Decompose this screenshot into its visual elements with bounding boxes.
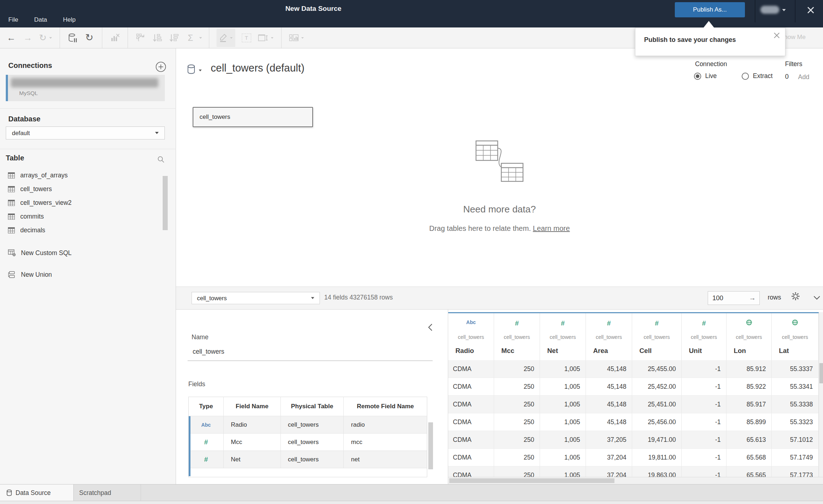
chevron-down-icon xyxy=(155,132,159,134)
user-menu-caret-icon[interactable] xyxy=(782,9,786,11)
highlight-pen-icon[interactable] xyxy=(217,29,235,47)
undo-icon[interactable]: ← xyxy=(6,30,17,46)
custom-sql-icon xyxy=(8,249,16,257)
grid-data-row: CDMA2501,00545,14825,452.00-185.92255.33… xyxy=(448,378,819,396)
grid-column-header[interactable]: cell_towersLon xyxy=(726,313,772,360)
show-hide-cards-icon[interactable] xyxy=(289,30,304,46)
grid-data-row: CDMA2501,00545,14825,456.00-185.89955.33… xyxy=(448,413,819,431)
connection-item[interactable]: MySQL xyxy=(6,75,165,101)
table-name-label: commits xyxy=(20,213,44,220)
database-select[interactable]: default xyxy=(6,126,165,139)
preview-settings-gear-icon[interactable] xyxy=(790,291,801,301)
relationship-canvas: cell_towers (default) Connection Live Ex… xyxy=(176,48,823,287)
data-source-caret-icon[interactable] xyxy=(199,70,202,72)
grid-vertical-scrollbar[interactable] xyxy=(819,312,823,477)
refresh-data-source-icon[interactable]: ↻ xyxy=(84,30,95,46)
grid-column-header[interactable]: #cell_towersNet xyxy=(540,313,586,360)
grid-vertical-scrollbar-thumb[interactable] xyxy=(819,363,823,383)
collapse-preview-chevron-icon[interactable] xyxy=(813,295,820,300)
swap-rows-columns-icon[interactable] xyxy=(135,30,146,46)
toolbar-divider xyxy=(209,27,209,48)
totals-sigma-icon[interactable]: Σ xyxy=(185,30,196,46)
grid-column-table-name: cell_towers xyxy=(726,334,771,340)
fields-column-header[interactable]: Remote Field Name xyxy=(344,397,427,416)
menu-data[interactable]: Data xyxy=(34,16,47,23)
fields-table-row[interactable]: #Mcccell_towersmcc xyxy=(189,434,427,451)
grid-column-header[interactable]: #cell_towersCell xyxy=(632,313,682,360)
search-tables-icon[interactable] xyxy=(157,156,165,163)
sidebar-table-item[interactable]: cell_towers_view2 xyxy=(0,196,176,210)
table-list-scrollbar[interactable] xyxy=(163,176,168,230)
extract-radio[interactable] xyxy=(742,73,749,80)
metadata-bar: cell_towers 14 fields 43276158 rows 100 … xyxy=(176,287,823,310)
new-union-button[interactable]: New Union xyxy=(0,267,176,282)
field-type-cell: # xyxy=(189,434,224,451)
sort-ascending-icon[interactable] xyxy=(152,30,163,46)
grid-horizontal-scrollbar[interactable] xyxy=(448,477,823,484)
grid-column-header[interactable]: Abccell_towersRadio xyxy=(448,313,494,360)
fit-cell-size-icon[interactable] xyxy=(258,30,274,46)
menu-help[interactable]: Help xyxy=(63,16,76,23)
row-count-input[interactable]: 100 → xyxy=(708,291,760,305)
tab-data-source[interactable]: Data Source xyxy=(0,484,74,501)
totals-caret-icon[interactable] xyxy=(199,37,202,39)
name-input[interactable]: cell_towers xyxy=(188,348,433,361)
learn-more-link[interactable]: Learn more xyxy=(533,224,570,232)
live-radio[interactable] xyxy=(694,73,701,80)
text-label-icon[interactable]: T xyxy=(241,30,252,46)
table-grid-icon xyxy=(8,186,15,192)
grid-column-header[interactable]: #cell_towersMcc xyxy=(494,313,540,360)
filters-add-button[interactable]: Add xyxy=(798,73,809,81)
table-preview-select[interactable]: cell_towers xyxy=(192,292,320,304)
sidebar-table-item[interactable]: arrays_of_arrays xyxy=(0,168,176,182)
grid-column-header[interactable]: cell_towersLat xyxy=(772,313,819,360)
field-remote-cell: mcc xyxy=(344,434,427,451)
fields-column-header[interactable]: Type xyxy=(189,397,224,416)
grid-column-header[interactable]: #cell_towersUnit xyxy=(682,313,726,360)
sidebar-table-item[interactable]: cell_towers xyxy=(0,182,176,196)
sidebar-table-item[interactable]: commits xyxy=(0,210,176,223)
menu-file[interactable]: File xyxy=(8,16,18,23)
grid-column-field-name: Area xyxy=(593,347,608,355)
fields-column-header[interactable]: Field Name xyxy=(224,397,281,416)
table-name-label: cell_towers xyxy=(20,185,52,193)
empty-state-subtext: Drag tables here to relate them. xyxy=(429,224,531,232)
user-avatar[interactable] xyxy=(760,6,779,14)
tab-scratchpad[interactable]: Scratchpad xyxy=(74,484,141,501)
table-preview-selected: cell_towers xyxy=(197,295,227,302)
rows-label: rows xyxy=(768,294,781,301)
fields-column-header[interactable]: Physical Table xyxy=(281,397,344,416)
pause-auto-updates-icon[interactable] xyxy=(67,30,78,46)
fields-table-scrollbar[interactable] xyxy=(428,422,433,469)
grid-horizontal-scrollbar-thumb[interactable] xyxy=(449,478,614,483)
sort-descending-icon[interactable] xyxy=(168,30,179,46)
grid-cell: 45,148 xyxy=(586,378,632,396)
fields-table-row[interactable]: AbcRadiocell_towersradio xyxy=(189,416,427,434)
grid-cell: -1 xyxy=(682,378,726,396)
fields-table-row[interactable]: #Netcell_towersnet xyxy=(189,451,427,468)
sidebar-table-item[interactable]: decimals xyxy=(0,223,176,237)
new-custom-sql-button[interactable]: New Custom SQL xyxy=(0,246,176,260)
data-source-tab-icon xyxy=(7,490,12,496)
publish-as-button[interactable]: Publish As... xyxy=(675,2,745,17)
collapse-panel-icon[interactable] xyxy=(428,323,433,331)
replay-icon[interactable]: ↻ xyxy=(39,30,52,46)
grid-cell: 37,204 xyxy=(586,449,632,466)
grid-cell: -1 xyxy=(682,360,726,378)
grid-data-row: CDMA2501,00537,20419,811.00-165.56857.17… xyxy=(448,449,819,466)
grid-column-header[interactable]: #cell_towersArea xyxy=(586,313,632,360)
data-source-icon[interactable] xyxy=(187,64,196,74)
grid-column-field-name: Mcc xyxy=(501,347,514,355)
clear-sheet-icon[interactable] xyxy=(110,30,120,46)
window-close-icon[interactable] xyxy=(807,6,815,14)
redo-icon[interactable]: → xyxy=(22,30,33,46)
database-selected-value: default xyxy=(12,130,30,137)
add-connection-icon[interactable] xyxy=(155,61,166,72)
cell-towers-table-node[interactable]: cell_towers xyxy=(193,107,313,127)
relate-tables-illustration xyxy=(472,138,527,184)
tooltip-close-icon[interactable] xyxy=(773,32,780,39)
grid-cell: 25,455.00 xyxy=(632,360,682,378)
grid-cell: 55.3338 xyxy=(772,396,819,413)
apply-row-count-icon[interactable]: → xyxy=(749,294,756,302)
fields-label: Fields xyxy=(188,380,205,388)
